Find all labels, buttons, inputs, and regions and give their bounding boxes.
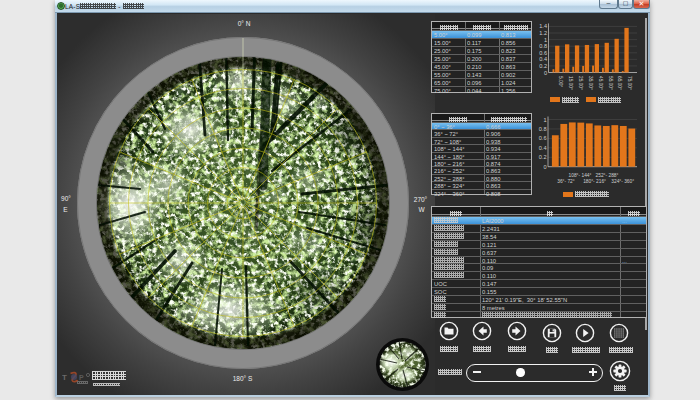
svg-text:55.00°: 55.00° (608, 76, 613, 90)
svg-text:270°: 270° (414, 196, 428, 203)
svg-text:90°: 90° (61, 195, 71, 202)
svg-text:108°- 144°: 108°- 144° (569, 173, 592, 178)
svg-text:0.6: 0.6 (539, 135, 547, 141)
svg-text:0.8: 0.8 (539, 43, 547, 49)
svg-text:65.00°: 65.00° (617, 76, 622, 90)
svg-text:0.4: 0.4 (539, 56, 547, 62)
svg-text:0.2: 0.2 (539, 63, 547, 69)
svg-text:0° N: 0° N (238, 20, 251, 27)
svg-text:180° S: 180° S (233, 375, 253, 382)
svg-text:324°- 360°: 324°- 360° (611, 179, 634, 184)
svg-text:1.2: 1.2 (539, 30, 547, 36)
svg-text:E: E (63, 206, 68, 213)
svg-text:36°- 72°: 36°- 72° (557, 179, 575, 184)
svg-text:W: W (418, 206, 425, 213)
svg-text:1: 1 (544, 37, 547, 43)
svg-text:252°- 288°: 252°- 288° (596, 173, 619, 178)
svg-text:5.00°: 5.00° (558, 76, 563, 87)
svg-text:T: T (62, 373, 67, 382)
svg-text:0.6: 0.6 (539, 50, 547, 56)
svg-text:35.00°: 35.00° (588, 76, 593, 90)
svg-text:0: 0 (544, 70, 547, 76)
svg-text:1: 1 (543, 117, 546, 123)
svg-text:0.8: 0.8 (539, 126, 547, 132)
svg-text:1.4: 1.4 (539, 23, 547, 29)
svg-text:0: 0 (543, 164, 546, 170)
svg-text:180°- 216°: 180°- 216° (583, 179, 606, 184)
svg-text:0.2: 0.2 (539, 154, 547, 160)
svg-text:45.00°: 45.00° (598, 76, 603, 90)
svg-text:15.00°: 15.00° (568, 76, 573, 90)
svg-text:0.4: 0.4 (539, 145, 547, 151)
svg-text:25.00°: 25.00° (578, 76, 583, 90)
svg-text:75.00°: 75.00° (627, 76, 632, 90)
